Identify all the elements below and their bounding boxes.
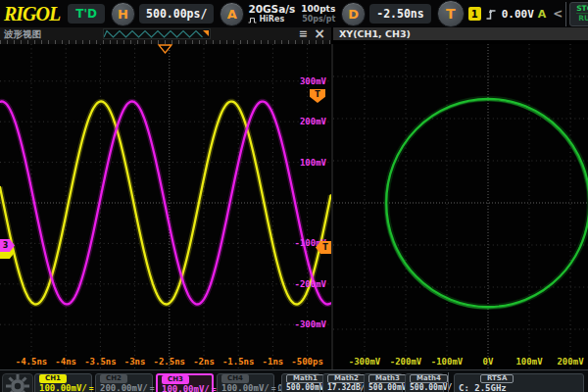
- x-axis-tick: -300mV: [349, 357, 381, 367]
- collapse-chevron[interactable]: <: [553, 7, 563, 21]
- x-axis-tick: -500ps: [291, 357, 323, 367]
- ch1-tab: CH1: [39, 374, 67, 383]
- math4-tab: Math4: [410, 374, 448, 383]
- trigger-delay-triangle: [159, 45, 172, 53]
- ch4-coupling-icon: =: [271, 384, 276, 392]
- ch2-coupling-icon: =: [150, 384, 155, 392]
- y-axis-tick: 100mV: [300, 158, 327, 168]
- math1-tab: Math1: [286, 374, 324, 383]
- acquire-knob-button[interactable]: A: [220, 2, 244, 26]
- stop-run-button[interactable]: STOP RUN: [569, 2, 588, 26]
- trigger-settings[interactable]: 1 0.00V A: [468, 7, 547, 21]
- square-wave-icon: [248, 17, 257, 24]
- math4-box[interactable]: Math4 500.00mV/: [405, 373, 444, 392]
- rtsa-box[interactable]: RTSA C: 2.5GHz: [454, 373, 584, 392]
- top-toolbar: RIGOL T'D H 500.00ps/ A 20GSa/s HiRes 10…: [0, 0, 588, 28]
- ch4-tab: CH4: [221, 374, 249, 383]
- channel-box-ch1[interactable]: CH1 100.00mV/ = Ω: [34, 373, 92, 392]
- waveform-overview-strip[interactable]: [103, 28, 211, 39]
- math2-box[interactable]: Math2 17.32dB/: [322, 373, 362, 392]
- ch3-coupling-icon: =: [212, 385, 217, 392]
- channel-box-ch4[interactable]: CH4 100.00mV/ = Ω: [217, 373, 274, 392]
- close-icon[interactable]: ×: [314, 25, 325, 41]
- horizontal-knob-button[interactable]: H: [111, 2, 135, 26]
- trigger-level-value[interactable]: 0.00V: [502, 8, 534, 21]
- stop-label: STOP: [576, 5, 588, 14]
- x-axis-tick: -200mV: [390, 357, 422, 367]
- ch1-coupling-icon: =: [89, 384, 94, 392]
- x-axis-tick: 0V: [483, 357, 494, 367]
- menu-icon[interactable]: ≡: [299, 27, 308, 40]
- x-axis-tick: -1ns: [263, 357, 284, 367]
- timebase-value[interactable]: 500.00ps/: [139, 4, 214, 24]
- display-area: -4.5ns-4ns-3.5ns-3ns-2.5ns-2ns-1.5ns-1ns…: [0, 44, 588, 369]
- x-axis-tick: -100mV: [431, 357, 464, 367]
- x-axis-tick: -1.5ns: [222, 357, 255, 367]
- waveform-view-tabbar[interactable]: 波形视图 ≡ ×: [0, 27, 333, 40]
- waveform-view-panel[interactable]: -4.5ns-4ns-3.5ns-3ns-2.5ns-2ns-1.5ns-1ns…: [0, 44, 333, 369]
- memory-depth-label: 100pts: [301, 3, 335, 15]
- toolbar-button-cluster: STOP RUN Default RTSA 测量: [565, 2, 588, 26]
- x-axis-tick: -3ns: [124, 357, 146, 367]
- trigger-status-badge: T'D: [68, 4, 105, 24]
- math2-tab: Math2: [327, 374, 366, 383]
- math1-box[interactable]: Math1 500.00mV/: [281, 373, 320, 392]
- xy-plot: -300mV-200mV-100mV0V100mV200mV: [333, 44, 588, 369]
- waveform-plot: -4.5ns-4ns-3.5ns-3ns-2.5ns-2ns-1.5ns-1ns…: [0, 44, 331, 369]
- oscilloscope-screen: RIGOL T'D H 500.00ps/ A 20GSa/s HiRes 10…: [0, 0, 588, 392]
- rising-edge-icon: [485, 8, 498, 21]
- x-axis-tick: -2.5ns: [154, 357, 186, 367]
- sample-rate-label: 20GSa/s: [248, 3, 295, 15]
- gear-icon: [6, 374, 29, 392]
- view-tab-strip: 波形视图 ≡ × XY(CH1, CH3): [0, 27, 588, 40]
- x-axis-tick: -4ns: [55, 357, 76, 367]
- y-axis-tick: 200mV: [300, 117, 327, 126]
- trigger-knob-button[interactable]: T: [437, 0, 465, 27]
- waveform-overview-trace: [104, 29, 210, 38]
- delay-knob-button[interactable]: D: [341, 2, 366, 26]
- ch3-tab: CH3: [162, 375, 189, 384]
- math3-tab: Math3: [368, 374, 407, 383]
- rtsa-value: C: 2.5GHz: [459, 383, 580, 392]
- ch1-scale-value: 100.00mV/: [39, 383, 87, 392]
- x-axis-tick: -2ns: [193, 357, 215, 367]
- xy-view-tab: XY(CH1, CH3): [339, 28, 411, 39]
- bottom-status-bar: CH1 100.00mV/ = Ω CH2 200.00mV/ = Ω CH3 …: [0, 369, 588, 392]
- y-axis-tick: -200mV: [294, 279, 326, 289]
- trigger-source-badge[interactable]: 1: [468, 7, 481, 21]
- delay-value[interactable]: -2.50ns: [369, 4, 430, 24]
- channel-box-ch2[interactable]: CH2 200.00mV/ = Ω: [95, 373, 153, 392]
- x-axis-tick: 100mV: [515, 357, 543, 367]
- sample-interval-label: 50ps/pt: [301, 15, 335, 24]
- run-label: RUN: [578, 14, 588, 23]
- rigol-logo: RIGOL: [4, 1, 60, 26]
- overview-zigzag: [104, 31, 203, 38]
- acq-mode-label: HiRes: [259, 15, 284, 24]
- ch2-tab: CH2: [100, 374, 127, 383]
- statusbar-divider: [448, 372, 449, 392]
- math4-value: 500.00mV/: [410, 383, 452, 392]
- ch4-scale-value: 100.00mV/: [221, 383, 270, 392]
- xy-view-tabbar[interactable]: XY(CH1, CH3): [333, 27, 588, 40]
- channel-box-ch3[interactable]: CH3 100.00mV/ = Ω: [156, 373, 214, 392]
- acquisition-info[interactable]: 20GSa/s HiRes 100pts 50ps/pt: [248, 3, 335, 24]
- x-axis-tick: -4.5ns: [16, 357, 48, 367]
- x-axis-tick: 200mV: [557, 357, 584, 367]
- xy-view-panel[interactable]: -300mV-200mV-100mV0V100mV200mV: [333, 44, 588, 369]
- trigger-coupling-badge: A: [538, 8, 547, 21]
- y-axis-tick: -300mV: [294, 319, 326, 329]
- x-axis-tick: -3.5ns: [84, 357, 117, 367]
- settings-button[interactable]: [2, 373, 33, 392]
- rtsa-tab: RTSA: [480, 374, 514, 383]
- y-axis-tick: 300mV: [300, 76, 327, 86]
- math3-box[interactable]: Math3 500.00mV/: [364, 373, 403, 392]
- ch2-scale-value: 200.00mV/: [100, 383, 148, 392]
- acq-mode-row: HiRes: [248, 15, 295, 24]
- math2-value: 17.32dB/: [327, 383, 366, 392]
- ch3-scale-value: 100.00mV/: [162, 384, 210, 392]
